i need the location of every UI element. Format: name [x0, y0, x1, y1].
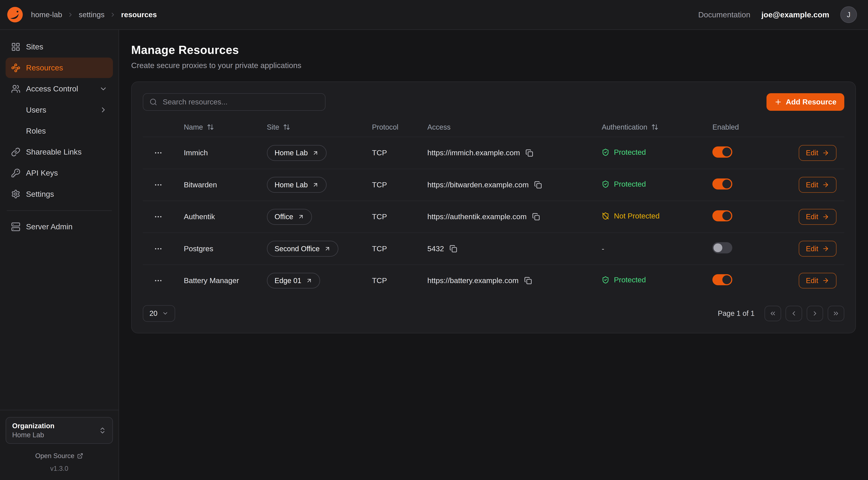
auth-status: - — [602, 244, 604, 253]
enabled-toggle[interactable] — [712, 242, 732, 253]
add-resource-button[interactable]: Add Resource — [767, 93, 844, 111]
enabled-toggle[interactable] — [712, 274, 732, 285]
header-name: Name — [178, 117, 261, 137]
sidebar-item-sites[interactable]: Sites — [6, 36, 113, 57]
copy-icon[interactable] — [532, 213, 540, 221]
chevron-down-icon — [162, 310, 168, 317]
sort-icon — [283, 123, 290, 131]
row-actions-button[interactable] — [151, 147, 166, 159]
access-url: https://authentik.example.com — [427, 212, 527, 221]
resource-name: Bitwarden — [184, 181, 217, 189]
site-link[interactable]: Office — [267, 209, 312, 225]
edit-button[interactable]: Edit — [799, 241, 837, 257]
documentation-link[interactable]: Documentation — [698, 10, 750, 19]
resources-table: Name Site Protocol Access Authentication… — [143, 117, 844, 296]
copy-icon[interactable] — [524, 277, 532, 284]
copy-icon[interactable] — [534, 181, 542, 189]
enabled-toggle[interactable] — [712, 178, 732, 189]
chevron-down-icon — [99, 85, 107, 93]
search-icon — [150, 98, 157, 106]
auth-status: Protected — [602, 148, 646, 156]
header-authentication: Authentication — [596, 117, 707, 137]
edit-button[interactable]: Edit — [799, 209, 837, 225]
grid-icon — [11, 42, 21, 52]
access-url: https://battery.example.com — [427, 276, 519, 285]
arrow-right-icon — [822, 245, 829, 252]
auth-label: Protected — [614, 148, 646, 156]
sidebar-item-server-admin[interactable]: Server Admin — [6, 216, 113, 237]
arrow-up-right-icon — [312, 150, 319, 156]
sort-icon — [207, 123, 214, 131]
search-box — [143, 93, 326, 111]
site-link[interactable]: Second Office — [267, 241, 339, 257]
edit-button[interactable]: Edit — [799, 145, 837, 161]
edit-button-label: Edit — [806, 276, 818, 285]
header-edit — [779, 117, 844, 137]
sidebar-item-access-control[interactable]: Access Control — [6, 79, 113, 99]
protocol: TCP — [372, 276, 387, 285]
breadcrumb-org[interactable]: home-lab — [31, 10, 62, 19]
page-subtitle: Create secure proxies to your private ap… — [131, 61, 856, 70]
protocol: TCP — [372, 244, 387, 253]
arrow-right-icon — [822, 213, 829, 220]
sidebar-item-shareable-links[interactable]: Shareable Links — [6, 142, 113, 162]
access-cell: https://bitwarden.example.com — [427, 181, 591, 189]
app-logo-icon[interactable] — [7, 6, 23, 23]
users-icon — [11, 84, 21, 94]
sidebar-item-settings[interactable]: Settings — [6, 184, 113, 204]
site-link[interactable]: Edge 01 — [267, 273, 320, 289]
organization-selector[interactable]: Organization Home Lab — [6, 417, 113, 444]
sidebar-item-label: Server Admin — [26, 222, 72, 231]
edit-button[interactable]: Edit — [799, 273, 837, 289]
site-link[interactable]: Home Lab — [267, 177, 327, 193]
copy-icon[interactable] — [450, 245, 457, 253]
prev-page-button[interactable] — [785, 306, 802, 321]
search-input[interactable] — [162, 97, 319, 107]
avatar[interactable]: J — [840, 6, 857, 23]
sidebar-item-label: Sites — [26, 42, 43, 51]
sidebar-item-users[interactable]: Users — [6, 100, 113, 120]
enabled-toggle[interactable] — [712, 146, 732, 157]
row-actions-button[interactable] — [151, 243, 166, 254]
access-url: 5432 — [427, 244, 444, 253]
edit-button[interactable]: Edit — [799, 177, 837, 193]
arrow-right-icon — [822, 181, 829, 188]
shield-check-icon — [602, 276, 610, 284]
sidebar-item-label: Roles — [26, 126, 46, 136]
page-size-select[interactable]: 20 — [143, 305, 175, 322]
topbar-right: Documentation joe@example.com J — [698, 6, 857, 23]
access-cell: 5432 — [427, 244, 591, 253]
sidebar-item-label: Access Control — [26, 84, 78, 93]
resources-card: Add Resource Name S — [131, 82, 856, 333]
row-actions-button[interactable] — [151, 211, 166, 223]
header-protocol: Protocol — [366, 117, 422, 137]
arrow-up-right-icon — [298, 213, 304, 220]
first-page-button[interactable] — [765, 306, 781, 321]
auth-label: Protected — [614, 276, 646, 284]
user-email[interactable]: joe@example.com — [762, 10, 829, 19]
open-source-link[interactable]: Open Source — [6, 452, 113, 460]
enabled-toggle[interactable] — [712, 210, 732, 221]
sidebar-item-resources[interactable]: Resources — [6, 58, 113, 78]
next-page-button[interactable] — [807, 306, 823, 321]
auth-status: Not Protected — [602, 212, 659, 220]
card-footer: 20 Page 1 of 1 — [143, 305, 844, 322]
site-link[interactable]: Home Lab — [267, 145, 327, 161]
sidebar-item-roles[interactable]: Roles — [6, 121, 113, 141]
row-actions-button[interactable] — [151, 179, 166, 191]
breadcrumb-settings[interactable]: settings — [79, 10, 104, 19]
site-name: Edge 01 — [275, 276, 301, 285]
arrow-right-icon — [822, 277, 829, 284]
plus-icon — [774, 98, 782, 106]
chevrons-up-down-icon — [99, 427, 106, 434]
page-title: Manage Resources — [131, 43, 856, 57]
protocol: TCP — [372, 149, 387, 157]
sidebar-item-api-keys[interactable]: API Keys — [6, 163, 113, 183]
row-actions-button[interactable] — [151, 275, 166, 287]
sort-icon — [651, 123, 658, 131]
auth-label: - — [602, 244, 604, 253]
last-page-button[interactable] — [828, 306, 844, 321]
table-header-row: Name Site Protocol Access Authentication… — [143, 117, 844, 137]
copy-icon[interactable] — [525, 149, 533, 157]
sidebar: Sites Resources Access Control Users Rol… — [0, 30, 119, 480]
